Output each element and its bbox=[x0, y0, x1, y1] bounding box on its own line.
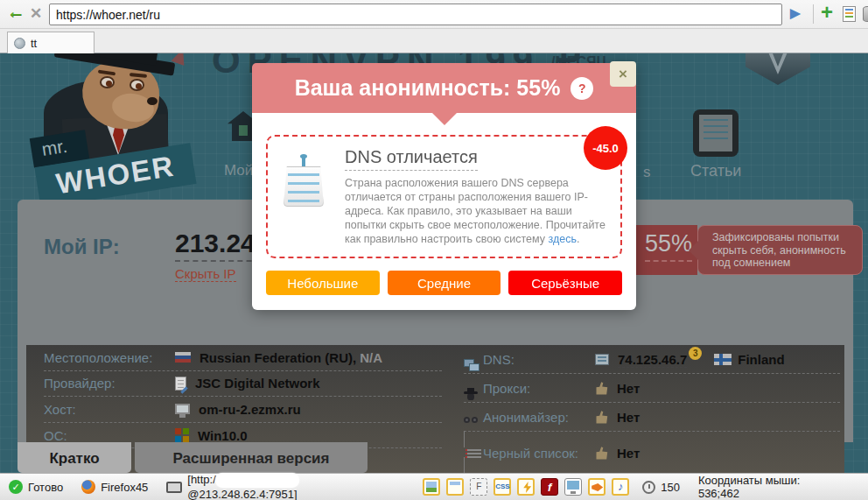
row-label: Анонимайзер: bbox=[483, 410, 595, 425]
status-bar: ✓ Готово Firefox45 [http://@213.248.62.4… bbox=[0, 473, 868, 500]
row-value: Нет bbox=[617, 446, 640, 461]
css-tool-icon[interactable]: CSS bbox=[494, 478, 511, 496]
row-value: JSC Digital Network bbox=[195, 376, 320, 391]
timer-icon bbox=[642, 481, 655, 494]
horn-tool-icon[interactable] bbox=[588, 478, 606, 496]
severity-buttons: Небольшие Средние Серьёзные bbox=[266, 271, 622, 295]
row-label: Местоположение: bbox=[44, 350, 175, 365]
frame-tool-icon[interactable]: F bbox=[470, 478, 487, 496]
row-value: Нет bbox=[617, 410, 640, 425]
flag-fi-icon bbox=[714, 354, 732, 365]
tab-brief[interactable]: Кратко bbox=[18, 442, 131, 473]
row-label: ОС: bbox=[44, 428, 175, 443]
proxy-computer-icon bbox=[166, 482, 182, 493]
toolbar-separator bbox=[813, 4, 814, 24]
modal-title: Ваша анонимность: 55% bbox=[295, 75, 561, 101]
ready-check-icon: ✓ bbox=[9, 480, 23, 494]
row-label: Прокси: bbox=[483, 381, 595, 396]
row-label: Провайдер: bbox=[44, 376, 175, 391]
table-row: Черный список: Нет bbox=[464, 432, 840, 473]
tab-title: tt bbox=[31, 37, 37, 50]
row-label: DNS: bbox=[483, 352, 595, 367]
modal-body: DNS отличается Страна расположения вашег… bbox=[252, 113, 636, 310]
server-icon bbox=[595, 354, 609, 365]
table-row: Анонимайзер: Нет bbox=[464, 403, 840, 432]
shield-logo bbox=[746, 53, 810, 85]
medium-issues-button[interactable]: Средние bbox=[388, 271, 501, 295]
mouse-coordinates: Координаты мыши: 536;462 bbox=[698, 474, 859, 500]
page-viewport: OPENVPN 199 ₽ /МЕСЯЦ mr. WHOER Мой s Ста… bbox=[0, 53, 868, 473]
whoer-mascot: mr. WHOER bbox=[19, 53, 212, 202]
browser-tab[interactable]: tt bbox=[7, 32, 94, 53]
dns-warning-text: Страна расположения вашего DNS сервера о… bbox=[345, 176, 608, 246]
windows-icon bbox=[175, 428, 189, 442]
close-icon[interactable]: × bbox=[610, 61, 636, 87]
thumb-up-icon bbox=[595, 382, 608, 395]
browser-toolbar: ← ✕ ▶ + bbox=[0, 0, 868, 29]
dns-country: Finland bbox=[738, 352, 784, 367]
here-link[interactable]: здесь bbox=[549, 233, 577, 245]
row-label: Хост: bbox=[44, 402, 175, 417]
flag-ru-icon bbox=[175, 352, 191, 363]
add-icon[interactable]: + bbox=[821, 0, 833, 25]
tab-strip: tt bbox=[0, 29, 868, 53]
row-value: Win10.0 bbox=[198, 428, 248, 443]
row-value: Russian Federation (RU),N/A bbox=[200, 350, 382, 365]
dns-count-badge[interactable]: 3 bbox=[689, 347, 702, 360]
stop-icon[interactable]: ✕ bbox=[30, 4, 42, 23]
articles-icon[interactable] bbox=[693, 109, 738, 157]
provider-doc-icon bbox=[175, 377, 186, 391]
row-value: Нет bbox=[617, 381, 640, 396]
window-tool-icon[interactable] bbox=[446, 478, 464, 496]
nav-my-ip[interactable]: Мой bbox=[224, 162, 253, 180]
anonymity-percent[interactable]: 55% bbox=[645, 230, 692, 262]
minor-issues-button[interactable]: Небольшие bbox=[266, 271, 380, 295]
table-row: Прокси: Нет bbox=[464, 374, 840, 403]
globe-icon bbox=[14, 38, 25, 49]
row-label: Черный список: bbox=[483, 446, 595, 461]
hide-ip-link[interactable]: Скрыть IP bbox=[175, 266, 236, 282]
blacklist-icon bbox=[464, 431, 483, 473]
row-value: om-ru-2.ezmx.ru bbox=[199, 402, 301, 417]
dns-server-icon bbox=[278, 147, 332, 246]
info-table-right-column: DNS: 74.125.46.73 Finland Прокси: Нет Ан… bbox=[464, 345, 840, 473]
thumb-up-icon bbox=[595, 447, 608, 460]
url-input[interactable] bbox=[49, 4, 782, 25]
table-row: Местоположение: Russian Federation (RU),… bbox=[44, 345, 442, 371]
table-row: Провайдер: JSC Digital Network bbox=[44, 371, 442, 398]
database-icon[interactable] bbox=[863, 6, 868, 22]
dns-warning-title[interactable]: DNS отличается bbox=[345, 147, 478, 171]
music-tool-icon[interactable]: ♪ bbox=[612, 478, 629, 496]
lightning-tool-icon[interactable] bbox=[517, 478, 535, 496]
tab-extended[interactable]: Расширенная версия bbox=[135, 442, 368, 473]
screen-tool-icon[interactable] bbox=[564, 478, 582, 496]
nav-fragment[interactable]: s bbox=[643, 164, 651, 181]
timer-value: 150 bbox=[661, 481, 680, 494]
image-tool-icon[interactable] bbox=[423, 478, 440, 496]
back-icon[interactable]: ← bbox=[7, 1, 25, 22]
modal-header: Ваша анонимность: 55% ? bbox=[252, 63, 636, 113]
table-row: DNS: 74.125.46.73 Finland bbox=[464, 345, 840, 374]
anonymity-warning-bubble: Зафиксированы попытки скрыть себя, анони… bbox=[697, 225, 863, 275]
flash-icon[interactable]: f bbox=[541, 478, 558, 496]
serious-issues-button[interactable]: Серьёзные bbox=[508, 271, 622, 295]
dns-warning-box: DNS отличается Страна расположения вашег… bbox=[266, 135, 622, 258]
redacted-blob bbox=[215, 473, 299, 488]
my-ip-label: Мой IP: bbox=[44, 235, 120, 259]
nav-articles[interactable]: Статьи bbox=[690, 162, 741, 180]
thumb-up-icon bbox=[595, 411, 608, 424]
ready-status: Готово bbox=[28, 481, 63, 494]
penalty-badge: -45.0 bbox=[584, 126, 627, 170]
anonymity-modal: × Ваша анонимность: 55% ? DNS отличается… bbox=[252, 63, 636, 310]
dns-ip[interactable]: 74.125.46.7 bbox=[618, 352, 687, 368]
table-row: Хост: om-ru-2.ezmx.ru bbox=[44, 397, 442, 423]
firefox-version: Firefox45 bbox=[101, 481, 148, 494]
firefox-icon bbox=[81, 480, 95, 494]
go-icon[interactable]: ▶ bbox=[790, 5, 801, 21]
monitor-icon bbox=[175, 404, 190, 414]
proxy-address[interactable]: [http://@213.248.62.4:7951] bbox=[187, 473, 404, 500]
page-style-icon[interactable] bbox=[843, 6, 856, 22]
help-icon[interactable]: ? bbox=[570, 77, 593, 100]
